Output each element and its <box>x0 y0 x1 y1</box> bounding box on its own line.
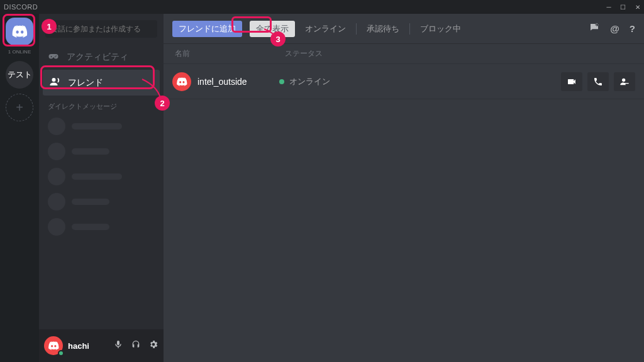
window-controls: ─ ☐ ✕ <box>606 4 640 11</box>
dm-placeholder <box>39 139 164 164</box>
friends-topbar: フレンドに追加 全て表示 オンライン 承認待ち ブロック中 @ ? <box>164 14 644 44</box>
close-button[interactable]: ✕ <box>635 4 641 11</box>
remove-friend-button[interactable] <box>614 72 635 91</box>
maximize-button[interactable]: ☐ <box>620 4 626 11</box>
username: hachi <box>68 341 89 351</box>
friend-avatar <box>172 72 191 91</box>
dm-placeholder <box>39 164 164 189</box>
home-online-count: 1 ONLINE <box>8 49 31 55</box>
annotation-badge-3: 3 <box>270 31 286 47</box>
video-call-button[interactable] <box>561 72 582 91</box>
dm-placeholder <box>39 114 164 139</box>
friend-status: オンライン <box>279 76 330 87</box>
friends-tab[interactable]: フレンド <box>43 70 160 96</box>
friend-row[interactable]: intel_outside オンライン <box>164 64 644 99</box>
voice-call-button[interactable] <box>587 72 609 91</box>
divider <box>356 23 357 35</box>
new-dm-button[interactable] <box>589 22 600 35</box>
app-title: DISCORD <box>4 3 38 11</box>
dm-header: ダイレクトメッセージ <box>39 96 164 114</box>
user-panel: hachi <box>39 329 164 362</box>
mentions-button[interactable]: @ <box>610 23 619 34</box>
help-button[interactable]: ? <box>630 23 635 34</box>
discord-logo-icon <box>176 76 187 87</box>
col-status: ステータス <box>285 48 633 59</box>
tab-online[interactable]: オンライン <box>303 23 348 35</box>
tab-blocked[interactable]: ブロック中 <box>418 23 464 35</box>
server-rail: 1 ONLINE テスト + <box>0 14 39 362</box>
dm-placeholder <box>39 214 164 239</box>
main-content: フレンドに追加 全て表示 オンライン 承認待ち ブロック中 @ ? 名前 ステー… <box>164 14 644 362</box>
online-dot-icon <box>279 79 284 84</box>
server-test[interactable]: テスト <box>6 61 33 89</box>
person-wave-icon <box>49 76 60 89</box>
mute-button[interactable] <box>113 339 123 352</box>
settings-button[interactable] <box>148 339 158 352</box>
quick-switcher <box>39 14 164 44</box>
annotation-badge-1: 1 <box>42 19 57 34</box>
dm-placeholder <box>39 189 164 214</box>
activity-label: アクティビティ <box>67 52 128 63</box>
discord-logo-icon <box>11 23 28 40</box>
activity-tab[interactable]: アクティビティ <box>39 44 164 70</box>
tab-pending[interactable]: 承認待ち <box>364 23 402 35</box>
divider <box>409 23 410 35</box>
friend-name: intel_outside <box>197 77 279 87</box>
presence-online-icon <box>58 350 64 356</box>
minimize-button[interactable]: ─ <box>606 4 611 11</box>
channels-panel: アクティビティ フレンド ダイレクトメッセージ hachi <box>39 14 164 362</box>
column-headers: 名前 ステータス <box>164 44 644 64</box>
search-input[interactable] <box>45 20 157 38</box>
add-server-button[interactable]: + <box>6 94 33 121</box>
title-bar: DISCORD ─ ☐ ✕ <box>0 0 644 14</box>
avatar[interactable] <box>44 336 63 355</box>
gamepad-icon <box>48 50 59 63</box>
col-name: 名前 <box>175 48 285 59</box>
deafen-button[interactable] <box>131 339 141 352</box>
discord-logo-icon <box>48 340 59 351</box>
add-friend-button[interactable]: フレンドに追加 <box>172 21 242 37</box>
friends-label: フレンド <box>68 77 103 89</box>
annotation-badge-2: 2 <box>155 96 170 111</box>
user-controls <box>113 339 158 352</box>
home-button[interactable] <box>6 18 33 45</box>
